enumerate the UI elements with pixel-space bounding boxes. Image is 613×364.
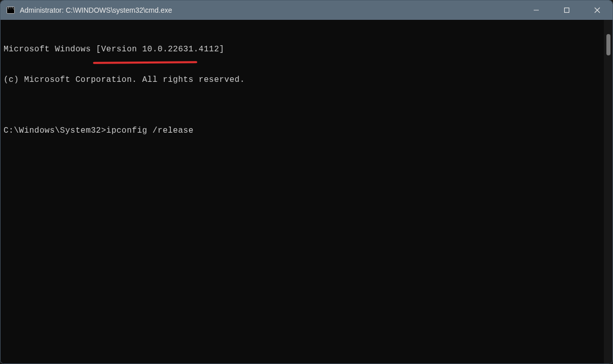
window-controls xyxy=(521,1,612,20)
minimize-icon xyxy=(533,7,539,13)
annotation-underline xyxy=(93,61,197,64)
cmd-window: Administrator: C:\WINDOWS\system32\cmd.e… xyxy=(0,0,613,364)
maximize-icon xyxy=(564,7,570,13)
cmd-app-icon xyxy=(7,6,15,14)
prompt-line: C:\Windows\System32>ipconfig /release xyxy=(4,126,601,136)
prompt-path: C:\Windows\System32> xyxy=(4,126,106,135)
typed-command: ipconfig /release xyxy=(106,126,194,135)
svg-rect-1 xyxy=(565,8,569,13)
close-button[interactable] xyxy=(582,1,612,20)
close-icon xyxy=(594,7,600,13)
copyright-line: (c) Microsoft Corporation. All rights re… xyxy=(4,75,601,85)
maximize-button[interactable] xyxy=(551,1,582,20)
vertical-scrollbar[interactable] xyxy=(604,20,612,363)
client-area: Microsoft Windows [Version 10.0.22631.41… xyxy=(1,20,612,363)
titlebar[interactable]: Administrator: C:\WINDOWS\system32\cmd.e… xyxy=(1,1,612,20)
scrollbar-thumb[interactable] xyxy=(606,34,610,55)
version-line: Microsoft Windows [Version 10.0.22631.41… xyxy=(4,44,601,54)
minimize-button[interactable] xyxy=(521,1,551,20)
terminal-output[interactable]: Microsoft Windows [Version 10.0.22631.41… xyxy=(1,20,604,363)
window-title: Administrator: C:\WINDOWS\system32\cmd.e… xyxy=(20,6,172,14)
